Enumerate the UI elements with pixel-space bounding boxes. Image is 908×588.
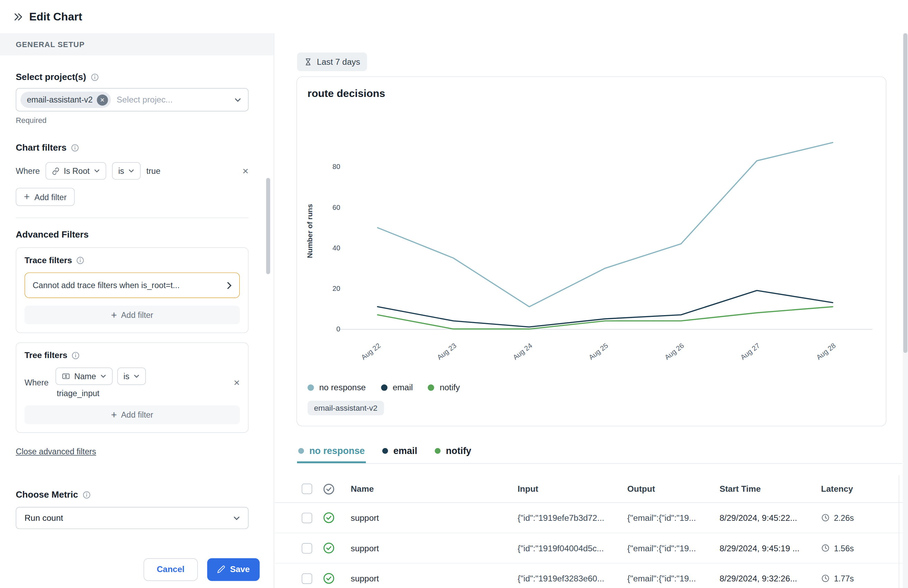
table-row[interactable]: support{"id":"1919f04004d5c...{"email":{… — [275, 533, 908, 564]
metric-select[interactable]: Run count — [16, 507, 248, 529]
sidebar-scrollbar[interactable] — [266, 178, 270, 274]
cell-output: {"email":{"id":"19... — [627, 574, 720, 583]
svg-text:Aug 24: Aug 24 — [512, 341, 534, 361]
chart-title: route decisions — [307, 88, 385, 100]
add-filter-button[interactable]: + Add filter — [16, 188, 74, 206]
legend-label: email — [393, 382, 413, 392]
tab-notify[interactable]: notify — [433, 440, 472, 463]
tab-dot-icon — [382, 448, 388, 454]
tree-field-dropdown[interactable]: Name — [55, 368, 112, 385]
tree-add-filter-button[interactable]: + Add filter — [24, 405, 240, 424]
project-tag: email-assistant-v2 — [307, 401, 384, 415]
info-icon — [76, 256, 85, 265]
row-checkbox[interactable] — [302, 543, 312, 553]
tab-label: no response — [309, 445, 365, 456]
close-advanced-filters-link[interactable]: Close advanced filters — [16, 447, 96, 456]
row-checkbox[interactable] — [302, 512, 312, 523]
status-column-icon — [323, 483, 351, 495]
col-input: Input — [518, 484, 628, 493]
svg-text:Aug 23: Aug 23 — [436, 341, 458, 361]
project-chip-label: email-assistant-v2 — [27, 95, 93, 104]
cell-name[interactable]: support — [351, 543, 518, 553]
legend-item-no-response[interactable]: no response — [307, 382, 365, 392]
save-label: Save — [230, 565, 250, 574]
chart-filters-label: Chart filters — [16, 142, 66, 153]
info-icon — [82, 490, 91, 499]
info-icon — [71, 351, 80, 360]
cell-output: {"email":{"id":"19... — [627, 543, 720, 553]
plus-icon: + — [24, 192, 30, 202]
table-header: Name Input Output Start Time Latency — [275, 476, 908, 503]
advanced-filters-title: Advanced Filters — [16, 229, 248, 239]
filter-operator-dropdown[interactable]: is — [112, 162, 141, 180]
tree-operator-dropdown[interactable]: is — [117, 368, 146, 385]
save-button[interactable]: Save — [207, 558, 259, 581]
legend-label: no response — [319, 382, 365, 392]
chevron-down-icon — [128, 169, 134, 173]
remove-tree-filter-icon[interactable]: × — [233, 378, 240, 388]
legend-item-notify[interactable]: notify — [428, 382, 460, 392]
edit-chart-screen: Edit Chart GENERAL SETUP Select project(… — [0, 0, 908, 588]
trace-add-filter-button[interactable]: + Add filter — [24, 306, 240, 325]
table-body: support{"id":"1919efe7b3d72...{"email":{… — [275, 503, 908, 588]
project-select[interactable]: email-assistant-v2 × Select projec... — [16, 88, 248, 111]
plus-icon: + — [111, 410, 117, 420]
page-scrollbar-thumb[interactable] — [903, 33, 908, 353]
cell-input: {"id":"1919f04004d5c... — [518, 543, 628, 553]
column-divider — [898, 476, 899, 588]
remove-filter-icon[interactable]: × — [243, 165, 249, 176]
divider — [16, 217, 248, 218]
trace-filters-warning[interactable]: Cannot add trace filters when is_root=t.… — [24, 273, 240, 298]
select-all-checkbox[interactable] — [302, 484, 312, 494]
filter-value[interactable]: true — [146, 166, 161, 175]
time-range-button[interactable]: Last 7 days — [297, 53, 367, 71]
tab-email[interactable]: email — [381, 440, 419, 463]
latency-value: 1.77s — [834, 574, 854, 583]
legend-dot-icon — [307, 384, 314, 390]
info-icon — [90, 73, 99, 81]
legend-label: notify — [440, 382, 460, 392]
col-name: Name — [351, 484, 518, 493]
status-success-icon — [323, 572, 351, 584]
plus-icon: + — [111, 310, 117, 320]
cell-latency: 2.26s — [821, 513, 898, 522]
metric-value: Run count — [24, 513, 63, 522]
warning-text: Cannot add trace filters when is_root=t.… — [32, 281, 180, 290]
col-output: Output — [627, 484, 720, 493]
line-chart[interactable]: 020406080Number of runsAug 22Aug 23Aug 2… — [301, 103, 872, 377]
cell-name[interactable]: support — [351, 574, 518, 583]
filter-field-dropdown[interactable]: Is Root — [46, 162, 106, 180]
latency-value: 1.56s — [834, 543, 854, 553]
select-projects-label: Select project(s) — [16, 72, 86, 82]
remove-project-icon[interactable]: × — [97, 94, 108, 105]
cancel-button[interactable]: Cancel — [143, 558, 198, 581]
cell-latency: 1.77s — [821, 574, 898, 583]
tree-filter-value[interactable]: triage_input — [55, 389, 227, 398]
cell-name[interactable]: support — [351, 513, 518, 522]
add-filter-label: Add filter — [34, 192, 66, 202]
table-row[interactable]: support{"id":"1919efe7b3d72...{"email":{… — [275, 503, 908, 533]
tree-filters-label: Tree filters — [24, 350, 67, 360]
chart-card: route decisions 020406080Number of runsA… — [296, 77, 886, 427]
svg-text:Aug 28: Aug 28 — [815, 341, 837, 361]
svg-text:60: 60 — [332, 204, 340, 211]
cell-start-time: 8/29/2024, 9:45:22... — [720, 513, 821, 522]
page-title: Edit Chart — [29, 10, 82, 23]
svg-text:20: 20 — [332, 284, 340, 292]
legend-item-email[interactable]: email — [381, 382, 413, 392]
cell-output: {"email":{"id":"19... — [627, 513, 720, 522]
collapse-panel-icon[interactable] — [13, 11, 23, 22]
chevron-down-icon — [93, 169, 100, 173]
row-checkbox[interactable] — [302, 573, 312, 583]
tree-operator-value: is — [123, 371, 129, 381]
main-content: Last 7 days route decisions 020406080Num… — [275, 33, 908, 588]
project-select-placeholder: Select projec... — [116, 95, 229, 104]
tab-dot-icon — [298, 448, 304, 454]
table-row[interactable]: support{"id":"1919ef3283e60...{"email":{… — [275, 564, 908, 588]
pencil-icon — [217, 565, 225, 574]
where-label: Where — [16, 166, 40, 175]
tab-no-response[interactable]: no response — [297, 440, 366, 463]
chevron-down-icon — [233, 516, 240, 520]
trace-filters-label: Trace filters — [24, 255, 72, 265]
svg-text:80: 80 — [332, 163, 340, 171]
